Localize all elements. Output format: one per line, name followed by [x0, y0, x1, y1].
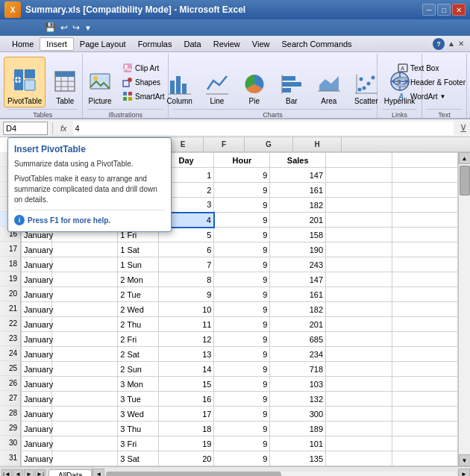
cell-a-19[interactable]: January	[22, 272, 52, 287]
shapes-button[interactable]: Shapes	[119, 75, 167, 89]
formula-expand-button[interactable]: ⊻	[460, 122, 467, 134]
redo-qat-button[interactable]: ↪	[72, 22, 80, 33]
sheet-tab-alldata[interactable]: AllData	[48, 469, 92, 476]
cell-e-17[interactable]: 9	[214, 242, 270, 257]
header-footer-button[interactable]: Header & Footer	[395, 75, 469, 89]
menu-data[interactable]: Data	[178, 38, 207, 50]
cell-d-19[interactable]: 8	[158, 272, 214, 287]
cell-c-27[interactable]: 3 Tue	[118, 392, 158, 407]
horizontal-scrollbar[interactable]: ◄ ►	[92, 467, 470, 476]
picture-button[interactable]: Picture	[84, 57, 116, 107]
cell-f3[interactable]: 161	[270, 183, 326, 198]
cell-a-30[interactable]: January	[22, 436, 52, 451]
cell-e-20[interactable]: 9	[214, 287, 270, 302]
cell-c-26[interactable]: 3 Mon	[118, 377, 158, 392]
cell-d-26[interactable]: 15	[158, 377, 214, 392]
cell-h3[interactable]	[392, 183, 458, 198]
restore-button[interactable]: □	[437, 4, 451, 16]
cell-h-30[interactable]	[392, 436, 458, 451]
cell-g2[interactable]	[326, 168, 392, 183]
cell-g-22[interactable]	[326, 317, 392, 332]
column-chart-button[interactable]: Column	[163, 57, 195, 107]
cell-h-17[interactable]	[392, 242, 458, 257]
cell-c-25[interactable]: 2 Sun	[118, 362, 158, 377]
cell-f-16[interactable]: 158	[270, 228, 326, 242]
ribbon-minimize-icon[interactable]: ▲	[448, 40, 455, 48]
cell-f-29[interactable]: 189	[270, 422, 326, 436]
pie-chart-button[interactable]: Pie	[238, 57, 271, 107]
cell-c-22[interactable]: 2 Thu	[118, 317, 158, 332]
cell-g-31[interactable]	[326, 451, 392, 466]
cell-e-16[interactable]: 9	[214, 228, 270, 242]
cell-b-25[interactable]	[51, 362, 117, 377]
cell-g-23[interactable]	[326, 332, 392, 347]
cell-d-30[interactable]: 19	[158, 436, 214, 451]
cell-f-21[interactable]: 182	[270, 302, 326, 317]
cell-g-30[interactable]	[326, 436, 392, 451]
menu-formulas[interactable]: Formulas	[132, 38, 178, 50]
cell-a-24[interactable]: January	[22, 347, 52, 362]
cell-c-28[interactable]: 3 Wed	[118, 407, 158, 422]
cell-e4[interactable]: 9	[214, 198, 270, 213]
menu-insert[interactable]: Insert	[40, 37, 74, 51]
pivot-table-button[interactable]: PivotTable	[4, 57, 46, 107]
cell-g-26[interactable]	[326, 377, 392, 392]
cell-e-27[interactable]: 9	[214, 392, 270, 407]
customize-qat-button[interactable]: ▼	[84, 24, 92, 32]
minimize-button[interactable]: ─	[422, 4, 436, 16]
cell-e-23[interactable]: 9	[214, 332, 270, 347]
cell-g-row4[interactable]	[326, 213, 392, 228]
col-header-g[interactable]: G	[245, 137, 293, 151]
cell-b-26[interactable]	[51, 377, 117, 392]
cell-d-23[interactable]: 12	[158, 332, 214, 347]
sheet-first-button[interactable]: |◄	[1, 469, 12, 477]
cell-a-22[interactable]: January	[22, 317, 52, 332]
cell-h-26[interactable]	[392, 377, 458, 392]
cell-c-24[interactable]: 2 Sat	[118, 347, 158, 362]
close-button[interactable]: ✕	[452, 4, 466, 16]
cell-h-22[interactable]	[392, 317, 458, 332]
cell-g-17[interactable]	[326, 242, 392, 257]
cell-e-22[interactable]: 9	[214, 317, 270, 332]
cell-h2[interactable]	[392, 168, 458, 183]
sheet-next-button[interactable]: ►	[24, 469, 34, 477]
sheet-prev-button[interactable]: ◄	[13, 469, 23, 477]
line-chart-button[interactable]: Line	[201, 57, 234, 107]
cell-g-20[interactable]	[326, 287, 392, 302]
menu-page-layout[interactable]: Page Layout	[74, 38, 132, 50]
cell-d-22[interactable]: 11	[158, 317, 214, 332]
scroll-track-v[interactable]	[459, 164, 470, 454]
cell-h-16[interactable]	[392, 228, 458, 242]
smartart-button[interactable]: SmartArt	[119, 90, 167, 103]
cell-h-row4[interactable]	[392, 213, 458, 228]
help-icon[interactable]: ?	[433, 38, 445, 50]
cell-h-21[interactable]	[392, 302, 458, 317]
cell-e-row4[interactable]: 9	[214, 213, 270, 228]
cell-g3[interactable]	[326, 183, 392, 198]
cell-b-20[interactable]	[51, 287, 117, 302]
cell-h-25[interactable]	[392, 362, 458, 377]
cell-h-23[interactable]	[392, 332, 458, 347]
cell-b-21[interactable]	[51, 302, 117, 317]
sheet-last-button[interactable]: ►|	[35, 469, 46, 477]
cell-g4[interactable]	[326, 198, 392, 213]
cell-h-28[interactable]	[392, 407, 458, 422]
scroll-track-h[interactable]	[106, 472, 457, 477]
cell-a-18[interactable]: January	[22, 257, 52, 272]
scroll-thumb-h[interactable]	[106, 472, 281, 477]
cell-c-20[interactable]: 2 Tue	[118, 287, 158, 302]
cell-c-17[interactable]: 1 Sat	[118, 242, 158, 257]
cell-g-29[interactable]	[326, 422, 392, 436]
cell-b-23[interactable]	[51, 332, 117, 347]
cell-sales-header[interactable]: Sales	[270, 153, 326, 168]
cell-h-header[interactable]	[392, 153, 458, 168]
cell-f2[interactable]: 147	[270, 168, 326, 183]
cell-d-27[interactable]: 16	[158, 392, 214, 407]
cell-g-25[interactable]	[326, 362, 392, 377]
cell-b-31[interactable]	[51, 451, 117, 466]
cell-b-22[interactable]	[51, 317, 117, 332]
cell-c-23[interactable]: 2 Fri	[118, 332, 158, 347]
cell-h-19[interactable]	[392, 272, 458, 287]
cell-d-20[interactable]: 9	[158, 287, 214, 302]
cell-e-24[interactable]: 9	[214, 347, 270, 362]
